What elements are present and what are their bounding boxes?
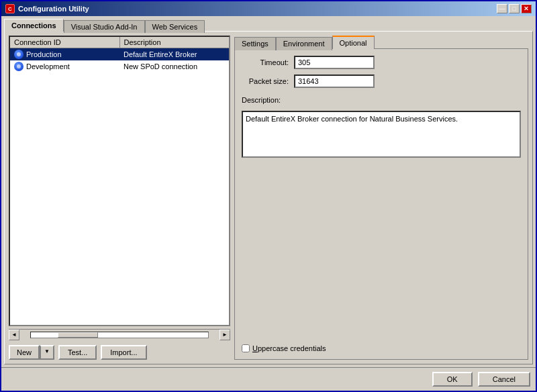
new-dropdown-button[interactable]: ▼ xyxy=(40,345,54,360)
main-window: C Configuration Utility — □ ✕ Connection… xyxy=(0,0,537,392)
main-panel: Connection ID Description Production Def… xyxy=(4,31,533,364)
outer-tabs: Connections Visual Studio Add-In Web Ser… xyxy=(4,19,533,32)
content-area: Connections Visual Studio Add-In Web Ser… xyxy=(1,16,536,367)
cell-description: New SPoD connection xyxy=(119,61,229,72)
close-button[interactable]: ✕ xyxy=(521,4,532,13)
cell-description: Default EntireX Broker xyxy=(119,49,229,60)
header-description: Description xyxy=(120,37,230,48)
tab-environment[interactable]: Environment xyxy=(276,37,332,50)
connection-icon xyxy=(14,50,23,59)
scroll-left-button[interactable]: ◄ xyxy=(9,330,19,340)
scroll-thumb[interactable] xyxy=(58,332,98,338)
ok-button[interactable]: OK xyxy=(432,372,473,387)
scroll-track xyxy=(30,332,209,338)
timeout-label: Timeout: xyxy=(242,58,289,66)
table-row[interactable]: Production Default EntireX Broker xyxy=(10,48,229,60)
connection-table: Connection ID Description Production Def… xyxy=(9,36,230,326)
bottom-buttons: New ▼ Test... Import... xyxy=(9,342,230,360)
connection-icon xyxy=(14,62,23,71)
right-panel: Settings Environment Optional Timeout: xyxy=(234,36,528,360)
tab-vs-addin[interactable]: Visual Studio Add-In xyxy=(64,20,145,33)
uppercase-checkbox[interactable] xyxy=(242,344,250,352)
table-row[interactable]: Development New SPoD connection xyxy=(10,60,229,72)
restore-button[interactable]: □ xyxy=(509,4,520,13)
tab-web-services[interactable]: Web Services xyxy=(145,20,205,33)
timeout-input[interactable] xyxy=(294,56,375,69)
cell-connection-id: Development xyxy=(10,60,119,72)
left-panel: Connection ID Description Production Def… xyxy=(9,36,230,360)
description-textarea[interactable] xyxy=(242,111,521,158)
window-bottom: OK Cancel xyxy=(1,367,536,391)
title-buttons: — □ ✕ xyxy=(497,4,532,13)
uppercase-row: Uppercase credentials xyxy=(242,344,521,352)
scroll-right-button[interactable]: ► xyxy=(219,330,230,340)
new-button-group: New ▼ xyxy=(9,345,54,360)
title-bar-left: C Configuration Utility xyxy=(5,4,89,13)
packet-size-row: Packet size: xyxy=(242,75,521,88)
title-bar: C Configuration Utility — □ ✕ xyxy=(1,1,536,16)
import-button[interactable]: Import... xyxy=(101,345,146,360)
description-area xyxy=(242,111,521,336)
cell-connection-id: Production xyxy=(10,48,119,60)
new-button[interactable]: New xyxy=(9,345,40,360)
description-label: Description: xyxy=(242,96,521,104)
timeout-row: Timeout: xyxy=(242,56,521,69)
header-connection-id: Connection ID xyxy=(10,37,120,48)
tab-settings[interactable]: Settings xyxy=(234,37,276,50)
packet-size-label: Packet size: xyxy=(242,77,289,85)
packet-size-input[interactable] xyxy=(294,75,375,88)
window-title: Configuration Utility xyxy=(18,5,89,13)
tab-connections[interactable]: Connections xyxy=(4,19,64,32)
test-button[interactable]: Test... xyxy=(58,345,97,360)
cancel-button[interactable]: Cancel xyxy=(478,372,530,387)
horizontal-scrollbar: ◄ ► xyxy=(9,329,230,340)
inner-panel: Timeout: Packet size: Description: xyxy=(234,48,528,360)
inner-tabs: Settings Environment Optional xyxy=(234,36,528,49)
app-icon: C xyxy=(5,4,15,13)
minimize-button[interactable]: — xyxy=(497,4,507,13)
uppercase-label: Uppercase credentials xyxy=(252,344,326,352)
tab-optional[interactable]: Optional xyxy=(332,36,375,49)
table-header: Connection ID Description xyxy=(10,37,229,48)
